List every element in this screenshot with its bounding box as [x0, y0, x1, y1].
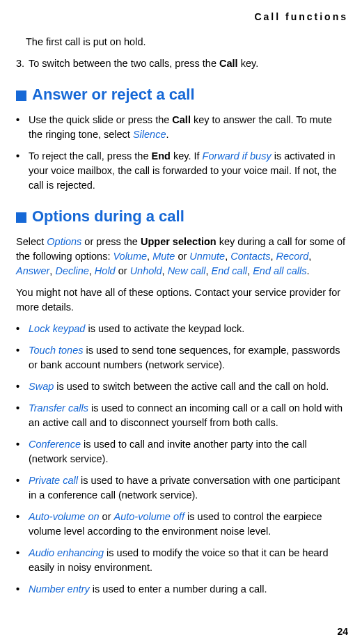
text: Select	[16, 236, 47, 247]
bullet-icon: •	[16, 343, 29, 372]
unmute-link: Unmute	[189, 251, 225, 262]
volume-link: Volume	[113, 251, 147, 262]
swap-link: Swap	[29, 381, 54, 392]
page-header: Call functions	[14, 10, 348, 24]
decline-link: Decline	[55, 265, 88, 276]
text: ,	[147, 251, 152, 262]
list-item-body: Touch tones is used to send tone sequenc…	[29, 343, 348, 372]
call-key-bold: Call	[172, 114, 191, 125]
square-bullet-icon	[16, 212, 26, 223]
text: .	[166, 129, 169, 140]
list-item-body: Private call is used to have a private c…	[29, 473, 348, 503]
list-item-body: Use the quick slide or press the Call ke…	[29, 113, 348, 142]
bullet-icon: •	[16, 437, 29, 466]
text: ,	[247, 265, 253, 276]
text: ,	[308, 251, 311, 262]
bullet-icon: •	[16, 113, 29, 142]
text: To switch between the two calls, press t…	[29, 58, 219, 69]
bullet-icon: •	[16, 473, 29, 503]
list-item-body: Conference is used to call and invite an…	[29, 437, 348, 466]
text: Use the quick slide or press the	[29, 114, 172, 125]
section-title-text: Answer or reject a call	[32, 84, 195, 106]
list-item: • Use the quick slide or press the Call …	[16, 113, 348, 142]
text: or	[175, 251, 189, 262]
bullet-icon: •	[16, 322, 29, 336]
bullet-icon: •	[16, 379, 29, 394]
paragraph: You might not have all of these options.…	[16, 285, 348, 315]
text: is used to activate the keypad lock.	[85, 323, 244, 334]
text: ,	[270, 251, 276, 262]
record-link: Record	[276, 251, 309, 262]
step-text: To switch between the two calls, press t…	[29, 56, 348, 71]
list-item: • To reject the call, press the End key.…	[16, 149, 348, 193]
list-item: • Number entry is used to enter a number…	[16, 582, 348, 597]
unhold-link: Unhold	[130, 265, 162, 276]
upper-selection-bold: Upper selection	[141, 236, 217, 247]
transfer-calls-link: Transfer calls	[29, 402, 88, 414]
conference-link: Conference	[29, 439, 81, 450]
call-key-bold: Call	[219, 58, 238, 69]
bullet-icon: •	[16, 149, 29, 193]
intro-paragraph: The first call is put on hold.	[26, 35, 348, 49]
text: key.	[238, 58, 259, 69]
list-item-body: To reject the call, press the End key. I…	[29, 149, 348, 193]
contacts-link: Contacts	[230, 251, 270, 262]
list-item-body: Transfer calls is used to connect an inc…	[29, 401, 348, 430]
section-title-text: Options during a call	[32, 205, 184, 228]
end-key-bold: End	[152, 150, 171, 162]
list-item: • Touch tones is used to send tone seque…	[16, 343, 348, 372]
step-3: 3. To switch between the two calls, pres…	[16, 56, 348, 71]
list-item-body: Number entry is used to enter a number d…	[29, 582, 348, 597]
mute-link: Mute	[152, 251, 175, 262]
end-call-link: End call	[212, 265, 248, 276]
list-item: • Transfer calls is used to connect an i…	[16, 401, 348, 430]
text: To reject the call, press the	[29, 150, 152, 162]
hold-link: Hold	[95, 265, 116, 276]
audio-enhancing-link: Audio enhancing	[29, 547, 104, 558]
list-item: • Audio enhancing is used to modify the …	[16, 546, 348, 575]
paragraph: Select Options or press the Upper select…	[16, 235, 348, 278]
text: .	[307, 265, 310, 276]
lock-keypad-link: Lock keypad	[29, 323, 85, 334]
list-item: • Lock keypad is used to activate the ke…	[16, 322, 348, 336]
text: is used to switch between the active cal…	[54, 381, 329, 392]
list-item: • Private call is used to have a private…	[16, 473, 348, 503]
page-number: 24	[337, 625, 348, 638]
options-link: Options	[47, 236, 81, 247]
number-entry-link: Number entry	[29, 583, 90, 595]
text: or	[116, 265, 130, 276]
text: ,	[205, 265, 211, 276]
text: key. If	[171, 150, 203, 162]
answer-link: Answer	[16, 265, 49, 276]
square-bullet-icon	[16, 91, 26, 101]
step-number: 3.	[16, 56, 29, 71]
content-area: The first call is put on hold. 3. To swi…	[14, 35, 348, 597]
list-item-body: Audio enhancing is used to modify the vo…	[29, 546, 348, 575]
silence-link: Silence	[133, 129, 166, 140]
new-call-link: New call	[168, 265, 206, 276]
auto-volume-on-link: Auto-volume on	[29, 511, 100, 522]
list-item: • Conference is used to call and invite …	[16, 437, 348, 466]
bullet-icon: •	[16, 546, 29, 575]
section-answer-reject: Answer or reject a call	[16, 84, 348, 106]
section-options-call: Options during a call	[16, 205, 348, 228]
list-item-body: Auto-volume on or Auto-volume off is use…	[29, 510, 348, 539]
text: or press the	[81, 236, 141, 247]
bullet-icon: •	[16, 510, 29, 539]
private-call-link: Private call	[29, 475, 78, 486]
bullet-icon: •	[16, 401, 29, 430]
text: is used to enter a number during a call.	[90, 583, 267, 595]
touch-tones-link: Touch tones	[29, 345, 83, 356]
auto-volume-off-link: Auto-volume off	[114, 511, 185, 522]
list-item: • Swap is used to switch between the act…	[16, 379, 348, 394]
text: ,	[162, 265, 168, 276]
end-all-calls-link: End all calls	[253, 265, 306, 276]
list-item-body: Lock keypad is used to activate the keyp…	[29, 322, 348, 336]
text: ,	[89, 265, 95, 276]
list-item: • Auto-volume on or Auto-volume off is u…	[16, 510, 348, 539]
forward-link: Forward if busy	[203, 150, 272, 162]
list-item-body: Swap is used to switch between the activ…	[29, 379, 348, 394]
text: or	[100, 511, 114, 522]
text: ,	[225, 251, 230, 262]
bullet-icon: •	[16, 582, 29, 597]
